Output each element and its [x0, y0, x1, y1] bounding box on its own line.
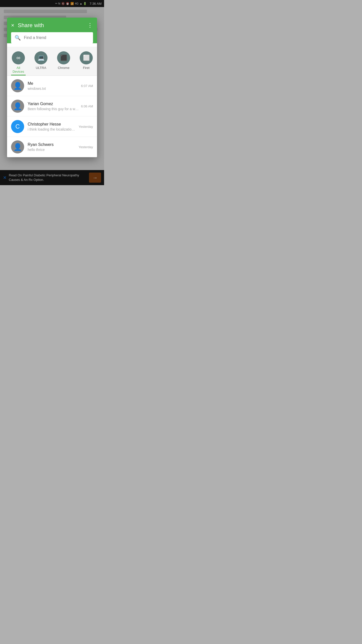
- ultra-icon-circle: 💻: [34, 51, 48, 64]
- fire-icon-circle: ⬜: [80, 51, 93, 64]
- chrome-label: Chrome: [58, 66, 69, 70]
- contact-ryan[interactable]: Ryan Schwers hello thrice Yesterday: [7, 137, 97, 157]
- more-options-button[interactable]: ⋮: [87, 22, 93, 29]
- contact-info-yarian: Yarian Gomez Been following this guy for…: [28, 102, 79, 111]
- contact-time-yarian: 6:06 AM: [81, 104, 93, 108]
- contact-preview-christopher: i think loading the localization file is…: [28, 127, 77, 131]
- header-left: × Share with: [11, 22, 44, 29]
- chrome-icon-circle: ⬛: [57, 51, 70, 64]
- contact-me[interactable]: Me windows.txt 6:07 AM: [7, 76, 97, 96]
- contact-name-yarian: Yarian Gomez: [28, 102, 79, 106]
- all-devices-icon-circle: ∞: [12, 51, 25, 64]
- tab-ultra[interactable]: 💻 ULTRA: [30, 49, 52, 75]
- search-input[interactable]: [24, 35, 89, 40]
- contact-yarian[interactable]: Yarian Gomez Been following this guy for…: [7, 96, 97, 116]
- contact-preview-yarian: Been following this guy for a while f...: [28, 107, 79, 111]
- contact-info-ryan: Ryan Schwers hello thrice: [28, 142, 77, 152]
- search-icon: 🔍: [15, 35, 21, 41]
- close-button[interactable]: ×: [11, 23, 14, 28]
- contact-preview-me: windows.txt: [28, 87, 79, 91]
- avatar-yarian: [11, 100, 24, 113]
- dialog-header: × Share with ⋮ 🔍: [7, 18, 97, 43]
- contact-name-ryan: Ryan Schwers: [28, 142, 77, 147]
- contact-info-me: Me windows.txt: [28, 81, 79, 91]
- contact-time-me: 6:07 AM: [81, 84, 93, 88]
- contacts-list: Me windows.txt 6:07 AM Yarian Gomez Been…: [7, 76, 97, 157]
- contact-time-christopher: Yesterday: [79, 125, 93, 129]
- chrome-icon: ⬛: [60, 55, 67, 61]
- fire-icon: ⬜: [83, 55, 90, 61]
- search-bar[interactable]: 🔍: [11, 32, 93, 43]
- ultra-icon: 💻: [38, 55, 44, 61]
- avatar-ryan: [11, 140, 24, 153]
- contact-info-christopher: Christopher Hesse i think loading the lo…: [28, 122, 77, 131]
- dialog-title: Share with: [18, 22, 44, 29]
- tab-chrome[interactable]: ⬛ Chrome: [52, 49, 75, 75]
- avatar-christopher: C: [11, 120, 24, 133]
- contact-time-ryan: Yesterday: [79, 145, 93, 149]
- contact-name-me: Me: [28, 81, 79, 86]
- ultra-label: ULTRA: [36, 66, 46, 70]
- share-dialog: × Share with ⋮ 🔍 ∞ All Devices 💻 ULTRA: [7, 18, 97, 157]
- contact-preview-ryan: hello thrice: [28, 148, 77, 152]
- all-devices-label: All Devices: [12, 66, 25, 73]
- tab-all-devices[interactable]: ∞ All Devices: [7, 49, 30, 75]
- tab-fire[interactable]: ⬜ Firet: [75, 49, 97, 75]
- avatar-me: [11, 79, 24, 92]
- contact-christopher[interactable]: C Christopher Hesse i think loading the …: [7, 116, 97, 137]
- contact-name-christopher: Christopher Hesse: [28, 122, 77, 127]
- all-devices-icon: ∞: [16, 55, 20, 61]
- device-tabs: ∞ All Devices 💻 ULTRA ⬛ Chrome ⬜ Firet: [7, 47, 97, 76]
- header-top: × Share with ⋮: [11, 22, 93, 29]
- fire-label: Firet: [83, 66, 89, 70]
